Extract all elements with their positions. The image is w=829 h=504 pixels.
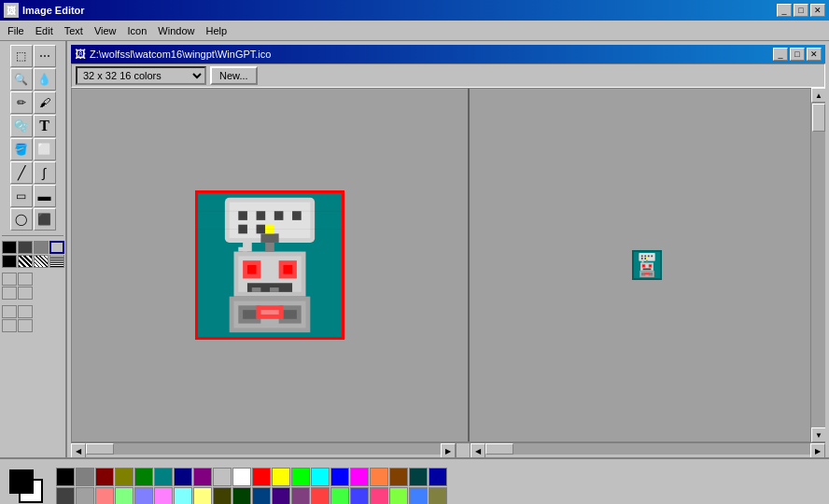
- palette-color-23[interactable]: [115, 487, 133, 505]
- h-scroll-track-left[interactable]: [86, 443, 441, 455]
- palette-color-33[interactable]: [311, 487, 330, 505]
- filled-rect-tool[interactable]: ▬: [34, 185, 56, 207]
- palette-color-15[interactable]: [350, 468, 369, 486]
- line-tool[interactable]: ╱: [10, 161, 33, 184]
- menu-edit[interactable]: Edit: [30, 23, 59, 38]
- canvas-left[interactable]: [72, 89, 470, 441]
- palette-color-2[interactable]: [95, 468, 114, 486]
- palette-color-3[interactable]: [115, 468, 133, 486]
- h-scroll-thumb-left[interactable]: [86, 443, 114, 455]
- palette-color-29[interactable]: [232, 487, 251, 505]
- palette-color-39[interactable]: [429, 487, 447, 505]
- brush-tool[interactable]: 🖌: [34, 91, 56, 114]
- scroll-right-arrow-2[interactable]: ▶: [810, 443, 825, 457]
- minimize-button[interactable]: _: [777, 4, 792, 17]
- lasso-tool[interactable]: ⋯: [34, 45, 56, 67]
- scroll-up-arrow[interactable]: ▲: [811, 88, 825, 103]
- palette-color-26[interactable]: [174, 487, 192, 505]
- new-button[interactable]: New...: [210, 66, 258, 85]
- eyedropper-tool[interactable]: 💧: [34, 68, 56, 91]
- line-style-2[interactable]: [18, 273, 33, 286]
- palette-color-16[interactable]: [370, 468, 388, 486]
- palette-color-12[interactable]: [291, 468, 310, 486]
- h-scroll-track-right[interactable]: [485, 443, 810, 455]
- pixel-art-editor[interactable]: [195, 190, 344, 340]
- palette-color-27[interactable]: [193, 487, 212, 505]
- palette-color-0[interactable]: [56, 468, 75, 486]
- v-scroll-track[interactable]: [811, 103, 825, 427]
- palette-color-25[interactable]: [154, 487, 173, 505]
- foreground-color-box[interactable]: [9, 469, 34, 494]
- palette-color-4[interactable]: [134, 468, 153, 486]
- scroll-down-arrow[interactable]: ▼: [811, 427, 825, 442]
- palette-color-36[interactable]: [370, 487, 388, 505]
- color-dark[interactable]: [18, 241, 33, 254]
- curve-tool[interactable]: ∫: [34, 161, 56, 184]
- scroll-left-arrow[interactable]: ◀: [71, 443, 86, 457]
- palette-color-32[interactable]: [291, 487, 310, 505]
- menu-view[interactable]: View: [89, 23, 122, 38]
- palette-color-9[interactable]: [232, 468, 251, 486]
- palette-color-34[interactable]: [330, 487, 349, 505]
- palette-color-6[interactable]: [174, 468, 192, 486]
- palette-color-19[interactable]: [429, 468, 447, 486]
- rect-tool[interactable]: ▭: [10, 185, 33, 207]
- line-style-4[interactable]: [18, 287, 33, 300]
- eraser-tool[interactable]: ⬜: [34, 138, 56, 161]
- menu-help[interactable]: Help: [200, 23, 232, 38]
- palette-color-18[interactable]: [409, 468, 428, 486]
- palette-color-10[interactable]: [252, 468, 271, 486]
- close-button[interactable]: ✕: [810, 4, 825, 17]
- palette-color-21[interactable]: [76, 487, 94, 505]
- inner-maximize-button[interactable]: □: [790, 48, 805, 61]
- palette-color-7[interactable]: [193, 468, 212, 486]
- color-black[interactable]: [2, 241, 17, 254]
- inner-close-button[interactable]: ✕: [807, 48, 822, 61]
- palette-color-38[interactable]: [409, 487, 428, 505]
- palette-color-13[interactable]: [311, 468, 330, 486]
- palette-color-1[interactable]: [76, 468, 94, 486]
- palette-color-37[interactable]: [389, 487, 408, 505]
- palette-color-5[interactable]: [154, 468, 173, 486]
- color-gray[interactable]: [34, 241, 49, 254]
- select-tool[interactable]: ⬚: [10, 45, 33, 67]
- palette-color-14[interactable]: [330, 468, 349, 486]
- oval-tool[interactable]: ◯: [10, 208, 33, 231]
- scroll-left-arrow-2[interactable]: ◀: [471, 443, 485, 457]
- maximize-button[interactable]: □: [794, 4, 808, 17]
- palette-color-8[interactable]: [213, 468, 232, 486]
- brush-style-3[interactable]: [2, 319, 17, 332]
- brush-style-2[interactable]: [18, 305, 33, 318]
- pattern-dots-1[interactable]: [18, 255, 33, 268]
- zoom-tool[interactable]: 🔍: [10, 68, 33, 91]
- palette-color-11[interactable]: [272, 468, 290, 486]
- palette-color-31[interactable]: [272, 487, 290, 505]
- brush-style-1[interactable]: [2, 305, 17, 318]
- v-scroll-thumb[interactable]: [812, 104, 825, 132]
- pattern-dots-3[interactable]: [49, 255, 64, 268]
- palette-color-35[interactable]: [350, 487, 369, 505]
- line-style-3[interactable]: [2, 287, 17, 300]
- palette-color-24[interactable]: [134, 487, 153, 505]
- pattern-solid[interactable]: [2, 255, 17, 268]
- menu-window[interactable]: Window: [152, 23, 200, 38]
- palette-color-28[interactable]: [213, 487, 232, 505]
- filled-oval-tool[interactable]: ⬛: [34, 208, 56, 231]
- pattern-dots-2[interactable]: [34, 255, 49, 268]
- fill-tool[interactable]: 🪣: [10, 138, 33, 161]
- h-scroll-thumb-right[interactable]: [485, 443, 513, 455]
- brush-style-4[interactable]: [18, 319, 33, 332]
- palette-color-20[interactable]: [56, 487, 75, 505]
- menu-icon[interactable]: Icon: [122, 23, 153, 38]
- palette-color-30[interactable]: [252, 487, 271, 505]
- line-style-1[interactable]: [2, 273, 17, 286]
- size-dropdown[interactable]: 32 x 32 16 colors 16 x 16 16 colors 48 x…: [76, 66, 206, 85]
- airbrush-tool[interactable]: 🫧: [10, 115, 33, 137]
- pencil-tool[interactable]: ✏: [10, 91, 33, 114]
- inner-minimize-button[interactable]: _: [773, 48, 788, 61]
- menu-text[interactable]: Text: [59, 23, 89, 38]
- menu-file[interactable]: File: [2, 23, 30, 38]
- text-tool[interactable]: T: [34, 115, 56, 137]
- scroll-right-arrow[interactable]: ▶: [441, 443, 456, 457]
- color-white[interactable]: [49, 241, 64, 254]
